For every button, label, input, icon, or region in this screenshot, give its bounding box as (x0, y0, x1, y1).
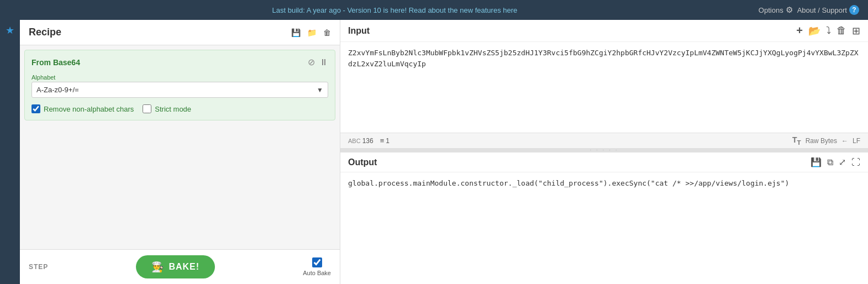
abc-icon: ABC (348, 138, 361, 144)
save-recipe-icon[interactable] (291, 28, 301, 38)
auto-bake-checkbox[interactable] (312, 257, 322, 267)
input-header-icons: + 📂 ⤵ 🗑 ⊞ (796, 24, 860, 37)
line-endings-label[interactable]: LF (853, 137, 860, 145)
options-button[interactable]: Options (759, 5, 793, 15)
from-base64-title: From Base64 (31, 58, 80, 67)
remove-nonalpha-item[interactable]: Remove non-alphabet chars (31, 104, 134, 113)
raw-bytes-label[interactable]: Raw Bytes (806, 137, 837, 145)
pause-block-icon[interactable] (319, 57, 328, 67)
input-content[interactable]: Z2xvYmFsLnByb2Nlc3MubWFpbk1vZHVsZS5jb25z… (340, 42, 868, 133)
input-header: Input + 📂 ⤵ 🗑 ⊞ (340, 20, 868, 42)
status-right: TT Raw Bytes ← LF (792, 135, 860, 146)
recipe-header-icons (291, 28, 331, 38)
output-header: Output 💾 ⧉ ⤢ ⛶ (340, 152, 868, 172)
add-input-icon[interactable]: + (796, 24, 803, 37)
bake-button[interactable]: 👨‍🍳 BAKE! (136, 255, 215, 278)
step-label: STEP (29, 263, 48, 271)
input-status-bar: ABC 136 ≡ 1 TT Raw Bytes ← LF (340, 133, 868, 148)
status-left: ABC 136 ≡ 1 (348, 136, 390, 145)
alphabet-select-wrap[interactable]: A-Za-z0-9+/= ▼ (31, 82, 328, 98)
output-text: global.process.mainModule.constructor._l… (348, 179, 789, 187)
auto-bake-label: Auto Bake (303, 270, 331, 276)
lines-icon: ≡ (380, 136, 385, 145)
favorites-icon[interactable]: ★ (6, 24, 14, 36)
recipe-title: Recipe (29, 27, 61, 38)
from-base64-block: From Base64 Alphabet A-Za-z0-9+/= ▼ (24, 50, 335, 120)
input-text: Z2xvYmFsLnByb2Nlc3MubWFpbk1vZHVsZS5jb25z… (348, 49, 859, 68)
help-icon: ? (849, 5, 859, 15)
alphabet-select[interactable]: A-Za-z0-9+/= (32, 82, 328, 97)
fullscreen-output-icon[interactable]: ⛶ (851, 157, 860, 167)
remove-nonalpha-label: Remove non-alphabet chars (44, 105, 134, 113)
recipe-content: From Base64 Alphabet A-Za-z0-9+/= ▼ (20, 45, 340, 249)
output-title: Output (348, 157, 377, 167)
import-icon[interactable]: ⤵ (826, 25, 831, 36)
output-header-icons: 💾 ⧉ ⤢ ⛶ (811, 157, 860, 167)
recipe-header: Recipe (20, 20, 340, 45)
recipe-panel: Recipe From Base64 Alphabet (20, 20, 340, 284)
from-base64-header: From Base64 (31, 57, 328, 67)
char-count-label: ABC 136 (348, 137, 373, 145)
divider-handle[interactable] (340, 148, 868, 151)
remove-nonalpha-checkbox[interactable] (31, 104, 40, 113)
block-controls (308, 57, 328, 67)
checkbox-row: Remove non-alphabet chars Strict mode (31, 104, 328, 113)
bake-label: BAKE! (169, 262, 199, 272)
strict-mode-item[interactable]: Strict mode (143, 104, 191, 113)
output-content: global.process.mainModule.constructor._l… (340, 172, 868, 284)
open-file-icon[interactable]: 📂 (808, 25, 820, 37)
alphabet-group: Alphabet A-Za-z0-9+/= ▼ (31, 74, 328, 98)
line-count-label: ≡ 1 (380, 136, 390, 145)
arrow-left-icon: ← (841, 137, 848, 145)
output-section: Output 💾 ⧉ ⤢ ⛶ global.process.mainModule… (340, 152, 868, 284)
about-support-button[interactable]: About / Support ? (797, 5, 859, 15)
line-count: 1 (386, 137, 390, 145)
disable-block-icon[interactable] (308, 57, 315, 67)
auto-bake-wrap: Auto Bake (303, 257, 331, 276)
grid-layout-icon[interactable]: ⊞ (852, 25, 860, 37)
top-bar-right: Options About / Support ? (759, 5, 859, 15)
clear-recipe-icon[interactable] (323, 28, 331, 38)
chef-icon: 👨‍🍳 (151, 261, 164, 273)
main-layout: ★ Recipe From Base64 Alp (0, 20, 868, 284)
font-icon: TT (792, 135, 801, 146)
expand-output-icon[interactable]: ⤢ (839, 157, 846, 167)
copy-output-icon[interactable]: ⧉ (827, 157, 833, 167)
top-bar-center: Last build: A year ago - Version 10 is h… (272, 6, 518, 14)
recipe-footer: STEP 👨‍🍳 BAKE! Auto Bake (20, 249, 340, 284)
save-output-icon[interactable]: 💾 (811, 157, 822, 167)
about-support-label: About / Support (797, 6, 847, 14)
clear-input-icon[interactable]: 🗑 (837, 25, 846, 36)
build-info: Last build: A year ago - Version 10 is h… (272, 6, 518, 14)
strict-mode-label: Strict mode (155, 105, 191, 113)
io-panel: Input + 📂 ⤵ 🗑 ⊞ Z2xvYmFsLnByb2Nlc3MubWFp… (340, 20, 868, 284)
options-label: Options (759, 6, 783, 14)
char-count: 136 (362, 137, 373, 145)
top-bar: Last build: A year ago - Version 10 is h… (0, 0, 868, 20)
strict-mode-checkbox[interactable] (143, 104, 151, 113)
gear-icon (786, 5, 793, 15)
input-section: Input + 📂 ⤵ 🗑 ⊞ Z2xvYmFsLnByb2Nlc3MubWFp… (340, 20, 868, 152)
input-title: Input (348, 26, 370, 36)
sidebar-narrow: ★ (0, 20, 20, 284)
open-recipe-icon[interactable] (307, 28, 317, 38)
alphabet-label: Alphabet (31, 74, 328, 81)
